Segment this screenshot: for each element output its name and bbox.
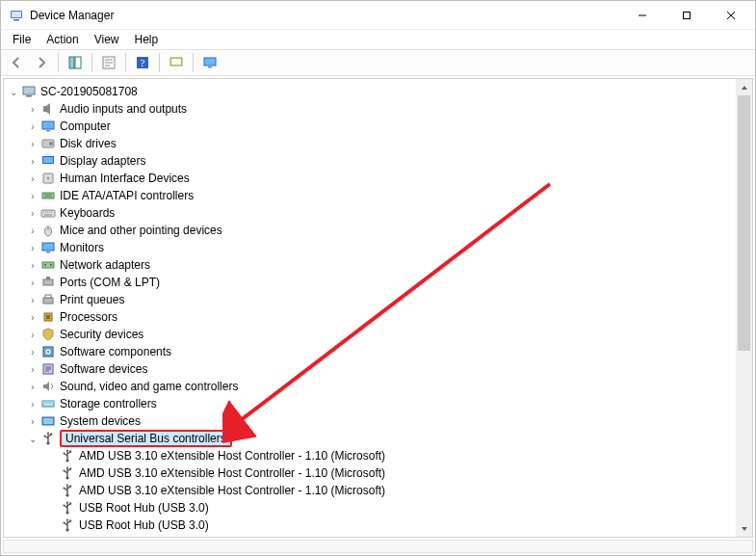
expand-chevron-icon[interactable]: › (27, 399, 39, 410)
printer-icon (40, 292, 56, 307)
svg-point-19 (49, 142, 53, 146)
expand-chevron-icon[interactable]: › (27, 347, 39, 357)
sound-icon (40, 379, 56, 394)
expand-chevron-icon[interactable]: › (27, 121, 39, 132)
tree-item[interactable]: AMD USB 3.10 eXtensible Host Controller … (4, 447, 736, 464)
expand-chevron-icon[interactable]: › (27, 191, 39, 201)
expand-chevron-icon[interactable]: › (27, 225, 39, 236)
device-tree[interactable]: ⌄SC-201905081708›Audio inputs and output… (4, 79, 736, 537)
tree-item[interactable]: ›Print queues (4, 291, 736, 308)
tree-item[interactable]: ›IDE ATA/ATAPI controllers (4, 187, 736, 204)
svg-rect-49 (50, 434, 52, 436)
minimize-button[interactable] (620, 1, 665, 30)
scrollbar-down-arrow[interactable] (736, 520, 752, 537)
svg-rect-42 (43, 384, 46, 388)
tree-item[interactable]: ›Software devices (4, 360, 736, 378)
tree-item[interactable]: ›Mice and other pointing devices (4, 222, 736, 239)
toolbar-scan-hardware[interactable] (165, 51, 188, 74)
toolbar-view-monitor[interactable] (198, 51, 222, 74)
scrollbar-thumb[interactable] (738, 95, 750, 351)
toolbar-properties[interactable] (97, 51, 120, 74)
expand-chevron-icon[interactable]: › (27, 330, 39, 340)
menu-help[interactable]: Help (127, 31, 167, 48)
expand-chevron-icon[interactable]: › (27, 364, 39, 375)
maximize-button[interactable] (665, 1, 709, 30)
svg-point-30 (44, 264, 46, 266)
tree-root[interactable]: ⌄SC-201905081708 (4, 83, 736, 100)
usb-icon (60, 465, 75, 481)
toolbar: ? (1, 49, 755, 76)
toolbar-back[interactable] (5, 51, 28, 74)
device-manager-icon (9, 8, 24, 23)
tree-item[interactable]: AMD USB 3.10 eXtensible Host Controller … (4, 482, 736, 499)
software-device-icon (40, 361, 56, 377)
tree-item-label: Ports (COM & LPT) (60, 276, 166, 289)
tree-item[interactable]: ›Disk drives (4, 135, 736, 152)
svg-rect-34 (43, 298, 53, 304)
expand-chevron-icon[interactable]: › (27, 139, 39, 149)
tree-item[interactable]: USB Root Hub (USB 3.0) (4, 516, 736, 534)
tree-item[interactable]: ›Human Interface Devices (4, 170, 736, 187)
tree-item[interactable]: ›Software components (4, 343, 736, 360)
svg-rect-28 (46, 252, 50, 253)
vertical-scrollbar[interactable] (736, 79, 752, 537)
svg-rect-5 (75, 57, 81, 68)
svg-point-54 (63, 469, 65, 471)
tree-item-label: USB Root Hub (USB 3.0) (79, 518, 215, 532)
expand-chevron-icon[interactable]: › (27, 104, 39, 115)
tree-item-label: Human Interface Devices (60, 172, 196, 185)
tree-item[interactable]: ›Computer (4, 118, 736, 135)
tree-item[interactable]: ›Processors (4, 308, 736, 326)
tree-item-label: Security devices (60, 328, 149, 341)
computer-root-icon (21, 84, 37, 99)
svg-rect-24 (42, 193, 54, 199)
tree-item[interactable]: USB Root Hub (USB 3.0) (4, 499, 736, 516)
expand-chevron-icon[interactable]: › (27, 382, 39, 392)
tree-item[interactable]: ›Storage controllers (4, 395, 736, 412)
tree-item-label: Audio inputs and outputs (60, 102, 193, 116)
svg-rect-46 (43, 418, 53, 424)
tree-item[interactable]: ›Monitors (4, 239, 736, 256)
display-adapter-icon (40, 153, 56, 169)
expand-chevron-icon[interactable]: › (27, 278, 39, 288)
collapse-chevron-icon[interactable]: ⌄ (8, 87, 19, 97)
tree-item[interactable]: AMD USB 3.10 eXtensible Host Controller … (4, 464, 736, 482)
toolbar-show-hide-tree[interactable] (64, 51, 87, 74)
svg-point-40 (47, 351, 49, 353)
tree-item[interactable]: ›Display adapters (4, 152, 736, 170)
toolbar-help[interactable]: ? (131, 51, 154, 74)
collapse-chevron-icon[interactable]: ⌄ (27, 434, 39, 444)
tree-item[interactable]: ›Security devices (4, 326, 736, 343)
expand-chevron-icon[interactable]: › (27, 243, 39, 253)
expand-chevron-icon[interactable]: › (27, 416, 39, 427)
expand-chevron-icon[interactable]: › (27, 208, 39, 219)
expand-chevron-icon[interactable]: › (27, 312, 39, 323)
tree-item[interactable]: ›System devices (4, 412, 736, 430)
menu-view[interactable]: View (87, 31, 127, 48)
system-devices-icon (40, 413, 56, 429)
cpu-icon (40, 309, 56, 325)
titlebar: Device Manager (1, 1, 755, 30)
tree-item[interactable]: ›Ports (COM & LPT) (4, 274, 736, 291)
tree-item[interactable]: ›Network adapters (4, 256, 736, 274)
security-icon (40, 327, 56, 342)
close-button[interactable] (709, 1, 753, 30)
scrollbar-track[interactable] (736, 95, 752, 520)
tree-item[interactable]: ›Audio inputs and outputs (4, 100, 736, 118)
expand-chevron-icon[interactable]: › (27, 173, 39, 184)
svg-rect-12 (208, 66, 212, 68)
menu-file[interactable]: File (5, 31, 39, 48)
expand-chevron-icon[interactable]: › (27, 260, 39, 271)
tree-item[interactable]: ⌄Universal Serial Bus controllers (4, 430, 736, 447)
network-icon (40, 257, 56, 273)
tree-item[interactable]: ›Sound, video and game controllers (4, 378, 736, 395)
scrollbar-up-arrow[interactable] (736, 79, 752, 95)
expand-chevron-icon[interactable]: › (27, 295, 39, 305)
window-controls (620, 1, 753, 30)
svg-text:?: ? (141, 57, 145, 68)
menu-action[interactable]: Action (39, 31, 86, 48)
tree-item[interactable]: ›Keyboards (4, 204, 736, 222)
svg-rect-37 (46, 315, 50, 319)
toolbar-forward[interactable] (30, 51, 53, 74)
expand-chevron-icon[interactable]: › (27, 156, 39, 167)
